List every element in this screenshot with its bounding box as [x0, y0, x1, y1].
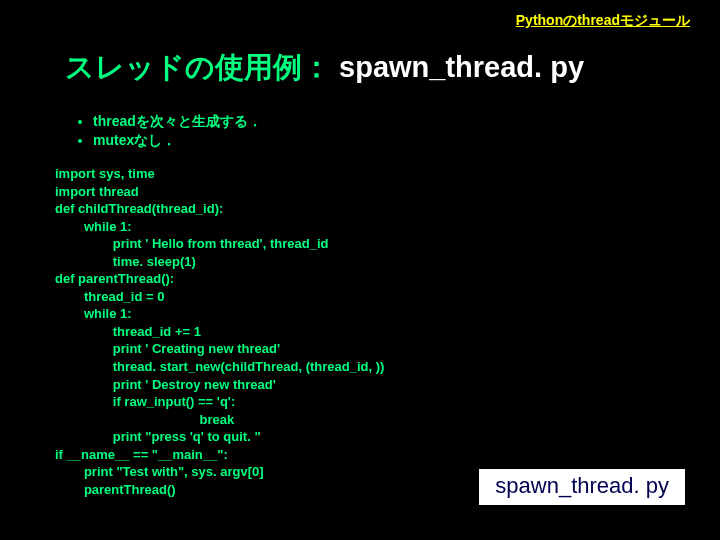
- bullet-list: threadを次々と生成する． mutexなし．: [75, 112, 262, 150]
- code-block: import sys, time import thread def child…: [55, 165, 384, 498]
- title-part-white: spawn_thread. py: [331, 51, 584, 83]
- slide-title: スレッドの使用例： spawn_thread. py: [65, 48, 584, 88]
- file-name-box: spawn_thread. py: [479, 469, 685, 505]
- slide: Pythonのthreadモジュール スレッドの使用例： spawn_threa…: [0, 0, 720, 540]
- bullet-item: threadを次々と生成する．: [93, 112, 262, 131]
- bullet-item: mutexなし．: [93, 131, 262, 150]
- module-link[interactable]: Pythonのthreadモジュール: [516, 12, 690, 30]
- title-part-green: スレッドの使用例：: [65, 51, 331, 83]
